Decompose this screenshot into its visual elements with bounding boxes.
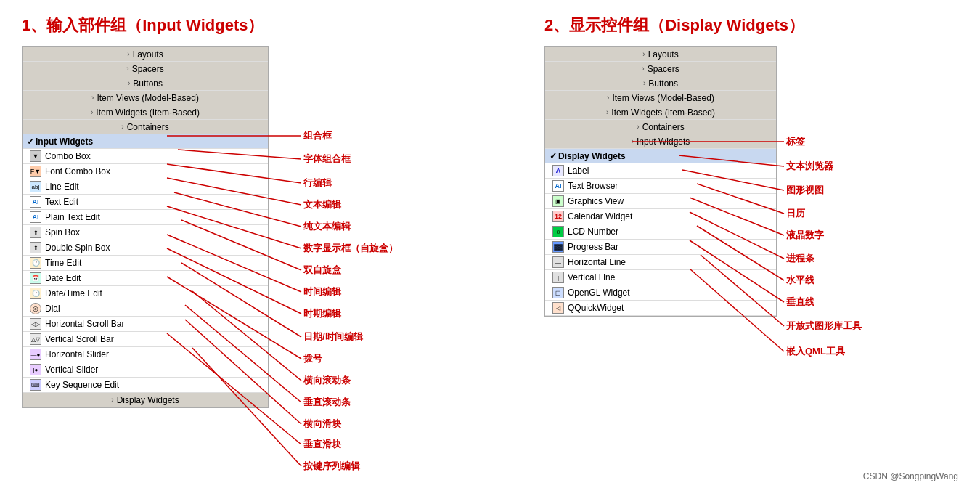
plaintextedit-label: Plain Text Edit (45, 212, 261, 222)
svg-text:垂直线: 垂直线 (786, 296, 815, 307)
left-item-combobox[interactable]: ▼ Combo Box (23, 149, 268, 164)
timeedit-label: Time Edit (45, 258, 261, 268)
svg-text:时期编辑: 时期编辑 (303, 308, 342, 319)
right-item-label[interactable]: A Label (545, 163, 776, 179)
left-item-textedit[interactable]: AI Text Edit (23, 195, 268, 210)
left-item-spinbox[interactable]: ⬆ Spin Box (23, 225, 268, 240)
left-item-hscrollbar[interactable]: ◁▷ Horizontal Scroll Bar (23, 317, 268, 332)
right-row-buttons: › Buttons (545, 76, 776, 91)
keysequence-icon: ⌨ (30, 379, 41, 391)
right-itemviews-label: Item Views (Model-Based) (612, 93, 714, 103)
openglwidget-label: OpenGL Widget (568, 288, 769, 298)
left-item-fontcombobox[interactable]: F▼ Font Combo Box (23, 164, 268, 179)
left-row-layouts: › Layouts (23, 47, 268, 62)
right-item-horizontalline[interactable]: — Horizontal Line (545, 255, 776, 270)
lineedit-icon: ab| (30, 181, 41, 192)
right-layouts-label: Layouts (648, 49, 679, 60)
textbrowser-label: Text Browser (568, 181, 769, 191)
svg-text:字体组合框: 字体组合框 (303, 153, 351, 164)
combobox-icon: ▼ (30, 150, 41, 162)
svg-text:垂直滚动条: 垂直滚动条 (303, 397, 351, 407)
left-displaywidgets-label: Display Widgets (117, 395, 179, 405)
svg-text:文本浏览器: 文本浏览器 (786, 160, 834, 171)
progressbar-label: Progress Bar (568, 242, 769, 252)
right-row-inputwidgets: › Input Widgets (545, 134, 776, 149)
right-item-lcdnumber[interactable]: 8 LCD Number (545, 224, 776, 240)
dateedit-icon: 📅 (30, 272, 41, 284)
fontcombobox-icon: F▼ (30, 166, 41, 177)
progressbar-icon: ▓▓ (552, 241, 564, 253)
lineedit-label: Line Edit (45, 182, 261, 192)
label-icon: A (552, 165, 564, 176)
qquickwidget-icon: ◁ (552, 302, 564, 314)
right-widget-panel: › Layouts › Spacers › Buttons › Item Vie… (544, 46, 777, 317)
left-item-lineedit[interactable]: ab| Line Edit (23, 179, 268, 195)
left-itemwidgets-label: Item Widgets (Item-Based) (96, 107, 200, 118)
keysequence-label: Key Sequence Edit (45, 380, 261, 390)
left-item-doublespinbox[interactable]: ⬆ Double Spin Box (23, 240, 268, 256)
right-inputwidgets-label: Input Widgets (637, 137, 690, 147)
verticalline-icon: | (552, 272, 564, 283)
right-item-graphicsview[interactable]: ▣ Graphics View (545, 194, 776, 209)
left-item-hslider[interactable]: —● Horizontal Slider (23, 347, 268, 362)
label-label: Label (568, 166, 769, 176)
calendarwidget-icon: 12 (552, 211, 564, 222)
datetimeedit-label: Date/Time Edit (45, 288, 261, 298)
right-row-spacers: › Spacers (545, 62, 776, 76)
left-item-dial[interactable]: ◎ Dial (23, 301, 268, 317)
right-item-progressbar[interactable]: ▓▓ Progress Bar (545, 240, 776, 255)
right-section: 2、显示控件组（Display Widgets） › Layouts › Spa… (544, 15, 958, 408)
right-row-displaywidgets[interactable]: ✓ Display Widgets (545, 149, 776, 163)
svg-text:进程条: 进程条 (785, 253, 815, 264)
left-item-keysequence[interactable]: ⌨ Key Sequence Edit (23, 378, 268, 393)
left-item-datetimeedit[interactable]: 🕐 Date/Time Edit (23, 286, 268, 301)
right-item-textbrowser[interactable]: AI Text Browser (545, 179, 776, 194)
left-row-spacers: › Spacers (23, 62, 268, 76)
hscrollbar-label: Horizontal Scroll Bar (45, 319, 261, 329)
right-item-openglwidget[interactable]: ◫ OpenGL Widget (545, 285, 776, 301)
left-item-plaintextedit[interactable]: AI Plain Text Edit (23, 210, 268, 225)
verticalline-label: Vertical Line (568, 272, 769, 282)
left-containers-label: Containers (127, 122, 169, 132)
svg-text:日期/时间编辑: 日期/时间编辑 (303, 331, 364, 342)
left-layouts-label: Layouts (133, 49, 163, 60)
left-item-timeedit[interactable]: 🕐 Time Edit (23, 256, 268, 271)
right-row-layouts: › Layouts (545, 47, 776, 62)
vslider-label: Vertical Slider (45, 365, 261, 375)
right-row-itemwidgets: › Item Widgets (Item-Based) (545, 105, 776, 120)
left-row-itemviews: › Item Views (Model-Based) (23, 91, 268, 105)
right-spacers-label: Spacers (648, 64, 679, 74)
qquickwidget-label: QQuickWidget (568, 303, 769, 313)
svg-text:纯文本编辑: 纯文本编辑 (303, 221, 351, 232)
svg-text:液晶数字: 液晶数字 (786, 229, 825, 240)
left-item-vslider[interactable]: |● Vertical Slider (23, 362, 268, 378)
right-item-verticalline[interactable]: | Vertical Line (545, 270, 776, 285)
right-row-itemviews: › Item Views (Model-Based) (545, 91, 776, 105)
left-row-inputwidgets[interactable]: ✓ Input Widgets (23, 134, 268, 149)
left-item-dateedit[interactable]: 📅 Date Edit (23, 271, 268, 286)
doublespinbox-label: Double Spin Box (45, 243, 261, 253)
hslider-label: Horizontal Slider (45, 349, 261, 359)
graphicsview-icon: ▣ (552, 195, 564, 207)
left-item-vscrollbar[interactable]: △▽ Vertical Scroll Bar (23, 332, 268, 347)
spinbox-icon: ⬆ (30, 227, 41, 238)
left-row-itemwidgets: › Item Widgets (Item-Based) (23, 105, 268, 120)
plaintextedit-icon: AI (30, 211, 41, 223)
svg-text:文本编辑: 文本编辑 (303, 199, 342, 210)
svg-text:数字显示框（自旋盒）: 数字显示框（自旋盒） (303, 243, 398, 253)
right-title: 2、显示控件组（Display Widgets） (544, 15, 958, 36)
combobox-label: Combo Box (45, 151, 261, 161)
hscrollbar-icon: ◁▷ (30, 318, 41, 330)
vscrollbar-icon: △▽ (30, 333, 41, 345)
right-item-calendarwidget[interactable]: 12 Calendar Widget (545, 209, 776, 224)
svg-text:按键序列编辑: 按键序列编辑 (303, 460, 361, 471)
vslider-icon: |● (30, 364, 41, 375)
svg-text:垂直滑块: 垂直滑块 (303, 439, 342, 450)
svg-text:双自旋盒: 双自旋盒 (303, 264, 342, 275)
timeedit-icon: 🕐 (30, 257, 41, 269)
svg-text:标签: 标签 (785, 136, 806, 147)
horizontalline-icon: — (552, 256, 564, 268)
right-item-qquickwidget[interactable]: ◁ QQuickWidget (545, 301, 776, 316)
left-inputwidgets-label: Input Widgets (36, 137, 93, 147)
svg-text:横向滑块: 横向滑块 (303, 418, 342, 429)
